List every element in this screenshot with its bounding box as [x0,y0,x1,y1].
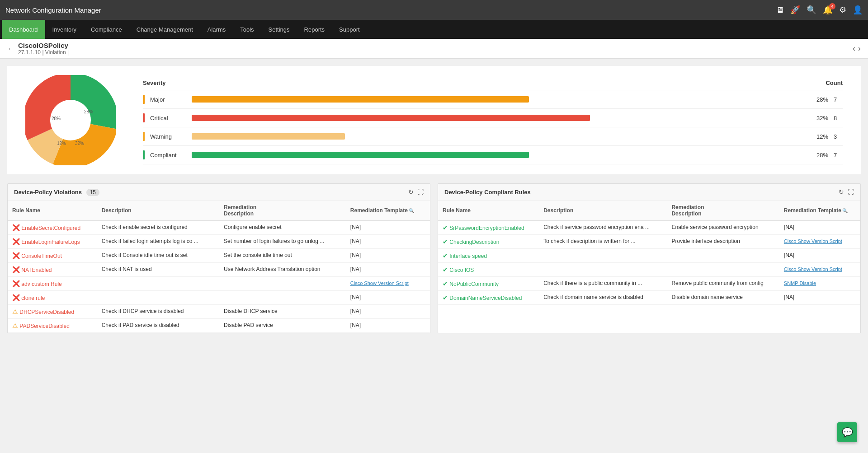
nav-inventory[interactable]: Inventory [45,20,84,39]
rule-name-link[interactable]: DomainNameServiceDisabled [449,295,522,301]
violations-count: 15 [86,189,99,196]
violations-rem-cell: Disable DHCP service [219,305,346,319]
critical-pct: 32% [810,115,828,121]
violations-desc-cell: Check if failed login attempts log is co… [97,235,219,249]
success-icon: ✔ [443,252,448,259]
rule-name-link[interactable]: NoPublicCommunity [449,281,499,287]
compliant-indicator [143,150,145,159]
breadcrumb-title: CiscoIOSPolicy [18,42,69,49]
svg-text:28%: 28% [52,116,61,121]
template-link[interactable]: SNMP Disable [784,280,816,286]
compliant-count: 7 [834,152,843,159]
compliant-rule-cell: ✔ DomainNameServiceDisabled [438,291,539,305]
violations-rem-cell: Use Network Address Translation option [219,263,346,277]
violations-template-cell: [NA] [346,235,430,249]
violations-rem-cell: Set the console idle time out [219,249,346,263]
breadcrumb-back-icon[interactable]: ← [7,45,14,53]
rocket-icon[interactable]: 🚀 [790,5,800,15]
gear-icon[interactable]: ⚙ [839,5,846,15]
success-icon: ✔ [443,280,448,287]
breadcrumb-bar: ← CiscoIOSPolicy 27.1.1.10 | Violation |… [0,39,868,59]
compliant-rule-cell: ✔ CheckingDescription [438,235,539,249]
breadcrumb-nav: ‹ › [853,44,861,53]
violations-rule-cell: ⚠ DHCPServiceDisabled [8,305,97,319]
rule-name-link[interactable]: PADServiceDisabled [19,323,70,329]
rule-name-link[interactable]: adv custom Rule [21,281,61,287]
rule-name-link[interactable]: EnableSecretConfigured [21,225,80,231]
nav-tools[interactable]: Tools [233,20,261,39]
compliant-bar [192,152,529,158]
rule-name-link[interactable]: ConsoleTimeOut [21,253,62,259]
table-row: ❌ adv custom Rule Cisco Show Version Scr… [8,277,430,291]
severity-header: Severity Count [143,76,843,90]
compliant-panel: Device-Policy Compliant Rules ↻ ⛶ Rule N… [438,183,861,333]
success-icon: ✔ [443,238,448,245]
nav-alarms[interactable]: Alarms [200,20,233,39]
template-link[interactable]: Cisco Show Version Script [350,280,409,286]
violations-template-cell: [NA] [346,249,430,263]
compliant-rule-cell: ✔ SrPasswordEncryptionEnabled [438,221,539,235]
violations-rule-cell: ❌ NATEnabled [8,263,97,277]
violations-title-group: Device-Policy Violations 15 [14,189,99,196]
severity-row-critical: Critical 32% 8 [143,109,843,127]
compliant-desc-cell: To check if description is writtern for … [539,235,667,249]
compliant-template-cell: Cisco Show Version Script [779,263,860,277]
violations-template-cell: [NA] [346,221,430,235]
error-icon: ❌ [12,224,20,231]
compliant-expand-icon[interactable]: ⛶ [848,188,854,196]
template-link[interactable]: Cisco Show Version Script [784,238,842,244]
table-row: ❌ clone rule [NA] [8,291,430,305]
nav-settings[interactable]: Settings [261,20,297,39]
violations-actions: ↻ ⛶ [408,188,424,196]
svg-text:28%: 28% [84,109,93,114]
severity-col-count: Count [826,79,843,86]
table-row: ⚠ PADServiceDisabled Check if PAD servic… [8,319,430,333]
compliant-col-template: Remediation Template🔍 [779,201,860,221]
violations-expand-icon[interactable]: ⛶ [417,188,424,196]
title-bar: Network Configuration Manager 🖥 🚀 🔍 🔔4 ⚙… [0,0,868,20]
breadcrumb-prev-icon[interactable]: ‹ [853,44,855,53]
warning-indicator [143,132,145,141]
rule-name-link[interactable]: DHCPServiceDisabled [19,309,74,315]
nav-compliance[interactable]: Compliance [84,20,129,39]
critical-bar [192,115,590,121]
search-icon[interactable]: 🔍 [807,5,816,15]
compliant-desc-cell: Check if there is a public community in … [539,277,667,291]
violations-rem-cell: Configure enable secret [219,221,346,235]
violations-desc-cell: Check if NAT is used [97,263,219,277]
rule-name-link[interactable]: SrPasswordEncryptionEnabled [449,225,524,231]
table-row: ✔ Interface speed [NA] [438,249,860,263]
table-row: ⚠ DHCPServiceDisabled Check if DHCP serv… [8,305,430,319]
table-row: ❌ EnableSecretConfigured Check if enable… [8,221,430,235]
nav-reports[interactable]: Reports [297,20,332,39]
nav-support[interactable]: Support [332,20,367,39]
compliant-rem-cell: Remove public community from config [667,277,779,291]
warning-pct: 12% [810,133,828,140]
nav-change-management[interactable]: Change Management [129,20,200,39]
nav-dashboard[interactable]: Dashboard [2,20,45,39]
compliant-table: Rule Name Description RemediationDescrip… [438,201,860,305]
violations-desc-cell [97,277,219,291]
success-icon: ✔ [443,294,448,301]
table-row: ✔ Cisco IOS Cisco Show Version Script [438,263,860,277]
rule-name-link[interactable]: NATEnabled [21,267,52,273]
rule-name-link[interactable]: CheckingDescription [449,239,499,245]
compliant-refresh-icon[interactable]: ↻ [839,188,844,196]
monitor-icon[interactable]: 🖥 [776,5,784,15]
rule-name-link[interactable]: Interface speed [449,253,487,259]
compliant-template-cell: SNMP Disable [779,277,860,291]
main-content: 28% 28% 32% 12% Severity Count Major 28%… [0,59,868,341]
user-icon[interactable]: 👤 [853,5,863,15]
warning-bar [192,133,345,140]
rule-name-link[interactable]: EnableLoginFailureLogs [21,239,80,245]
violations-refresh-icon[interactable]: ↻ [408,188,414,196]
rule-name-link[interactable]: Cisco IOS [449,267,474,273]
violations-rule-cell: ❌ EnableSecretConfigured [8,221,97,235]
major-indicator [143,95,145,104]
template-link[interactable]: Cisco Show Version Script [784,266,842,272]
compliant-title: Device-Policy Compliant Rules [444,189,531,196]
breadcrumb-next-icon[interactable]: › [858,44,861,53]
table-row: ❌ EnableLoginFailureLogs Check if failed… [8,235,430,249]
notification-icon[interactable]: 🔔4 [823,5,833,15]
rule-name-link[interactable]: clone rule [21,295,45,301]
